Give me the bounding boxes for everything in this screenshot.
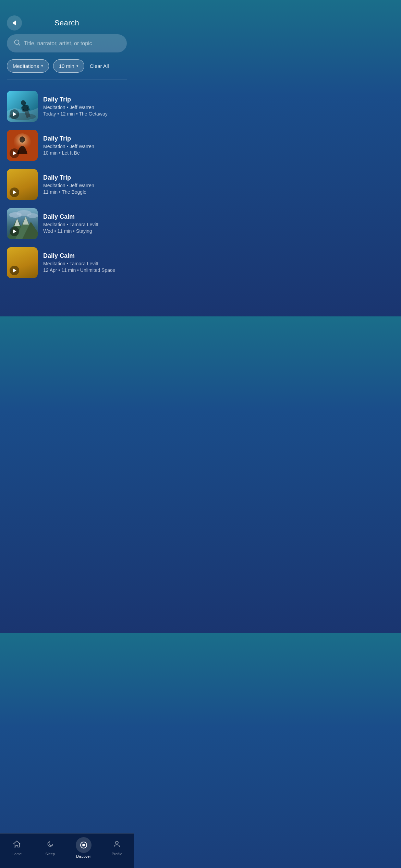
item-meta: Wed • 11 min • Staying [43,228,127,234]
svg-marker-20 [23,217,29,225]
item-title: Daily Trip [43,96,127,103]
item-subtitle: Meditation • Jeff Warren [43,183,127,188]
list-item[interactable]: Daily Trip Meditation • Jeff Warren Toda… [7,87,127,126]
status-bar [0,0,134,15]
play-button[interactable] [10,109,19,119]
item-info: Daily Trip Meditation • Jeff Warren 11 m… [43,174,127,195]
header: Search [0,15,134,34]
thumbnail [7,169,38,200]
item-meta: 10 min • Let It Be [43,150,127,156]
page-title: Search [54,19,80,27]
list-item[interactable]: Daily Calm Meditation • Tamara Levitt We… [7,204,127,243]
item-title: Daily Calm [43,252,127,260]
play-button[interactable] [10,188,19,197]
search-bar-container [0,34,134,59]
back-arrow-icon [12,21,16,25]
item-subtitle: Meditation • Tamara Levitt [43,261,127,266]
divider [7,80,127,80]
play-button[interactable] [10,266,19,275]
item-meta: Today • 12 min • The Getaway [43,111,127,117]
thumbnail [7,130,38,161]
thumbnail [7,91,38,122]
search-icon [14,39,21,48]
svg-line-1 [19,44,20,45]
item-info: Daily Trip Meditation • Jeff Warren 10 m… [43,135,127,156]
search-bar[interactable] [7,34,127,52]
play-button[interactable] [10,148,19,158]
results-list: Daily Trip Meditation • Jeff Warren Toda… [0,87,134,282]
svg-marker-19 [14,218,20,226]
item-meta: 11 min • The Boggle [43,189,127,195]
thumbnail [7,247,38,278]
filters-row: Meditations ▾ 10 min ▾ Clear All [0,59,134,80]
back-button[interactable] [7,15,22,31]
duration-chevron-icon: ▾ [76,64,78,68]
item-title: Daily Trip [43,174,127,181]
item-meta: 12 Apr • 11 min • Unlimited Space [43,267,127,273]
list-item[interactable]: Daily Trip Meditation • Jeff Warren 10 m… [7,126,127,165]
svg-point-15 [27,213,38,218]
item-title: Daily Calm [43,213,127,220]
item-info: Daily Calm Meditation • Tamara Levitt We… [43,213,127,234]
duration-filter-label: 10 min [59,63,74,69]
item-subtitle: Meditation • Jeff Warren [43,144,127,149]
list-item[interactable]: Daily Calm Meditation • Tamara Levitt 12… [7,243,127,282]
item-info: Daily Trip Meditation • Jeff Warren Toda… [43,96,127,117]
thumbnail [7,208,38,239]
category-filter-label: Meditations [13,63,39,69]
search-input[interactable] [24,40,120,47]
svg-point-12 [20,136,25,143]
item-title: Daily Trip [43,135,127,142]
clear-all-button[interactable]: Clear All [90,63,109,69]
item-subtitle: Meditation • Jeff Warren [43,105,127,110]
list-item[interactable]: Daily Trip Meditation • Jeff Warren 11 m… [7,165,127,204]
item-info: Daily Calm Meditation • Tamara Levitt 12… [43,252,127,273]
category-filter[interactable]: Meditations ▾ [7,59,49,73]
duration-filter[interactable]: 10 min ▾ [53,59,84,73]
play-button[interactable] [10,227,19,236]
item-subtitle: Meditation • Tamara Levitt [43,222,127,227]
category-chevron-icon: ▾ [41,64,43,68]
